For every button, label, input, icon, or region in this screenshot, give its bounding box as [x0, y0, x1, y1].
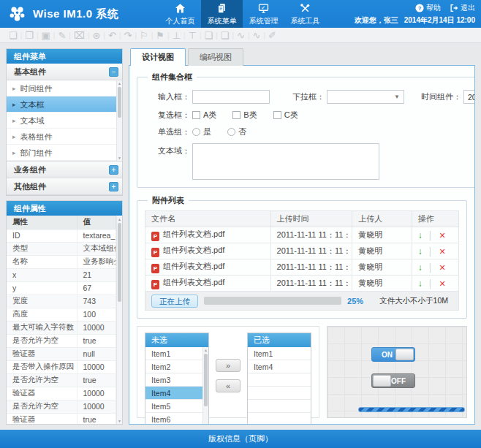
move-right-button[interactable]: » — [216, 359, 240, 372]
accordion-header[interactable]: 其他组件+ — [7, 178, 122, 195]
open-folder-icon[interactable]: ❐ — [22, 31, 37, 40]
props-scrollbar[interactable]: ▲ ▼ — [116, 216, 122, 424]
accordion-header[interactable]: 基本组件− — [7, 64, 122, 80]
align-bottom-icon[interactable]: ⊥ — [170, 31, 183, 40]
spline-icon[interactable]: ∿ — [250, 31, 264, 40]
props-row[interactable]: 验证器true — [7, 413, 116, 425]
scroll-thumb[interactable] — [204, 354, 208, 406]
props-row[interactable]: 最大可输入字符数10000 — [7, 321, 116, 334]
toggle-switch-off[interactable]: OFF — [371, 373, 415, 388]
delete-icon[interactable]: ✕ — [439, 279, 446, 288]
nav-item-home[interactable]: 个人首页 — [159, 0, 201, 28]
toggle-knob[interactable] — [373, 375, 391, 387]
dropdown-select[interactable]: ▼ — [327, 90, 404, 104]
tab-code-view[interactable]: 编码视图 — [188, 48, 243, 66]
props-row[interactable]: 类型文本域组件 — [7, 242, 116, 255]
undo-icon[interactable]: ↶ — [105, 31, 119, 40]
transfer-list-item[interactable]: Item1 — [248, 347, 311, 360]
uploading-button[interactable]: 正在上传 — [151, 295, 198, 308]
menu-item[interactable]: ▸时间组件 — [7, 80, 122, 96]
menu-item[interactable]: ▸文本框 — [7, 96, 122, 113]
attachment-filename[interactable]: 组件列表文档.pdf — [163, 229, 224, 238]
scroll-up-icon[interactable]: ▲ — [203, 347, 208, 353]
help-button[interactable]: ? 帮助 — [415, 3, 441, 13]
transfer-list-item[interactable]: Item6 — [145, 413, 208, 425]
radio-option[interactable]: 否 — [227, 126, 246, 137]
attachment-filename[interactable]: 组件列表文档.pdf — [163, 278, 224, 286]
menu-item[interactable]: ▸部门组件 — [7, 145, 122, 161]
new-file-icon[interactable]: ❏ — [6, 31, 20, 40]
nav-item-monitor[interactable]: 系统管理 — [243, 0, 284, 28]
collapse-icon[interactable]: − — [109, 67, 118, 77]
transfer-list-item[interactable]: Item4 — [248, 360, 311, 373]
scroll-down-icon[interactable]: ▼ — [117, 418, 122, 424]
nav-item-documents[interactable]: 系统菜单 — [201, 0, 243, 28]
delete-icon[interactable]: ✕ — [439, 231, 446, 240]
attachment-filename[interactable]: 组件列表文档.pdf — [163, 262, 224, 270]
delete-icon[interactable]: ✕ — [439, 263, 446, 272]
expand-icon[interactable]: + — [109, 165, 118, 175]
radio-button[interactable] — [227, 128, 235, 136]
props-row[interactable]: 是否允许为空true — [7, 334, 116, 347]
doc-import-icon[interactable]: ❏ — [218, 31, 232, 40]
curve-icon[interactable]: ∿ — [234, 31, 248, 40]
accordion-header[interactable]: 业务组件+ — [7, 162, 122, 178]
props-row[interactable]: 是否允许为空10000 — [7, 400, 116, 413]
checkbox[interactable] — [273, 111, 281, 119]
transfer-list-item[interactable]: Item5 — [145, 400, 208, 413]
attachment-filename[interactable]: 组件列表文档.pdf — [163, 246, 224, 254]
menu-item[interactable]: ▸文本域 — [7, 113, 122, 129]
edit-doc-icon[interactable]: ✎ — [55, 31, 69, 40]
checkbox[interactable] — [192, 111, 200, 119]
props-row[interactable]: x21 — [7, 268, 116, 281]
logout-button[interactable]: 退出 — [450, 3, 475, 13]
checkbox[interactable] — [232, 111, 240, 119]
download-icon[interactable]: ↓ — [418, 278, 423, 289]
transfer-list-item[interactable]: Item3 — [145, 373, 208, 387]
date-input[interactable]: 2012-07-01 — [463, 90, 475, 104]
download-icon[interactable]: ↓ — [418, 230, 423, 240]
props-row[interactable]: 验证器10000 — [7, 387, 116, 400]
redo-icon[interactable]: ↷ — [121, 31, 135, 40]
text-input[interactable] — [192, 90, 270, 104]
props-row[interactable]: 是否带入操作原因10000 — [7, 360, 116, 373]
transfer-list-item[interactable]: Item4 — [145, 387, 208, 400]
menu-scrollbar[interactable]: ▲▼ — [116, 80, 122, 161]
transfer-list-item[interactable]: Item2 — [145, 360, 208, 373]
scroll-down-icon[interactable]: ▼ — [117, 155, 122, 161]
menu-item[interactable]: ▸表格组件 — [7, 129, 122, 145]
checkbox-option[interactable]: B类 — [232, 110, 257, 121]
doc-export-icon[interactable]: ❏ — [202, 31, 216, 40]
tab-design-view[interactable]: 设计视图 — [130, 48, 186, 66]
scroll-thumb[interactable] — [118, 223, 121, 302]
flag-filled-icon[interactable]: ⚑ — [153, 31, 167, 40]
textarea-input[interactable] — [192, 143, 379, 180]
radio-option[interactable]: 是 — [192, 126, 211, 137]
props-row[interactable]: 名称业务影响分析说明 — [7, 255, 116, 268]
delete-icon[interactable]: ⌧ — [71, 31, 88, 40]
scroll-thumb[interactable] — [118, 87, 121, 118]
nav-item-tools[interactable]: 系统工具 — [284, 0, 326, 28]
flag-icon[interactable]: ⚐ — [137, 31, 151, 40]
unselected-list-scrollbar[interactable]: ▲ ▼ — [202, 347, 208, 425]
delete-icon[interactable]: ✕ — [439, 247, 446, 256]
props-row[interactable]: 宽度743 — [7, 295, 116, 308]
checkbox-option[interactable]: A类 — [192, 110, 216, 121]
checkbox-option[interactable]: C类 — [273, 110, 298, 121]
align-top-icon[interactable]: ⊤ — [186, 31, 200, 40]
pencil-icon[interactable]: ✐ — [265, 31, 279, 40]
transfer-list-item[interactable]: Item1 — [145, 347, 208, 360]
scroll-up-icon[interactable]: ▲ — [117, 80, 122, 86]
props-row[interactable]: 验证器null — [7, 347, 116, 360]
move-left-button[interactable]: « — [216, 379, 240, 392]
props-row[interactable]: IDtextarea_1 — [7, 229, 116, 242]
props-row[interactable]: y67 — [7, 281, 116, 295]
props-row[interactable]: 是否允许为空true — [7, 373, 116, 387]
toggle-knob[interactable] — [395, 349, 414, 360]
scroll-up-icon[interactable]: ▲ — [117, 216, 122, 222]
save-icon[interactable]: ▣ — [39, 31, 53, 40]
props-row[interactable]: 高度100 — [7, 308, 116, 321]
publish-icon[interactable]: ⊛ — [90, 31, 104, 40]
download-icon[interactable]: ↓ — [418, 262, 423, 273]
expand-icon[interactable]: + — [109, 182, 118, 191]
